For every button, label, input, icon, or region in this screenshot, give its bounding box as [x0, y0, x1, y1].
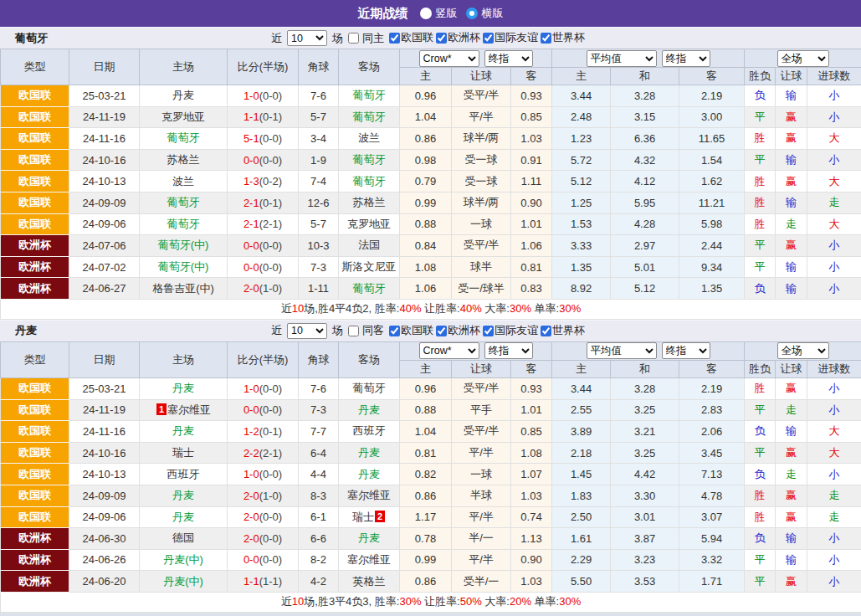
competition-filter[interactable]: 世界杯 — [538, 323, 585, 338]
league-type-cell: 欧国联 — [1, 149, 69, 171]
league-type-cell: 欧洲杯 — [1, 571, 69, 593]
competition-filter[interactable]: 欧洲杯 — [433, 323, 480, 338]
competition-label: 欧洲杯 — [448, 323, 480, 338]
away-team-cell: 葡萄牙 — [339, 85, 400, 107]
match-row: 欧洲杯24-06-30德国2-0(0-0)6-6丹麦0.78半/一1.131.6… — [1, 528, 861, 550]
competition-filter[interactable]: 欧国联 — [387, 30, 433, 45]
summary-text: 近 — [281, 302, 292, 315]
match-scope-select[interactable]: 全场 — [777, 342, 829, 359]
competition-filter[interactable]: 欧国联 — [387, 323, 433, 338]
summary-value: 30% — [559, 302, 581, 315]
result-goals: 走 — [807, 485, 861, 506]
competition-filter[interactable]: 欧洲杯 — [433, 30, 480, 45]
radio-unchecked-icon[interactable] — [420, 8, 432, 19]
corner-cell: 8-2 — [299, 549, 339, 571]
result-handicap: 输 — [776, 85, 807, 107]
odds-company-select[interactable]: Crow* — [419, 50, 479, 67]
team-name: 丹麦 — [358, 468, 380, 480]
final-odds-select[interactable]: 终指 — [484, 342, 533, 359]
handicap-home-odds: 1.04 — [400, 421, 452, 443]
match-row: 欧洲杯24-06-26丹麦(中)0-0(0-0)8-2塞尔维亚0.99平/半0.… — [1, 549, 861, 571]
competition-checkbox[interactable] — [389, 33, 400, 44]
league-type-cell: 欧洲杯 — [1, 235, 69, 257]
away-team-cell: 丹麦 — [339, 399, 400, 421]
corner-cell: 7-6 — [299, 85, 339, 107]
team-name: 葡萄牙 — [353, 89, 386, 101]
result-goals: 大 — [807, 421, 861, 443]
avg-home-odds: 3.89 — [552, 421, 611, 443]
league-type-cell: 欧国联 — [1, 171, 69, 192]
result-win-draw-lose: 平 — [745, 106, 776, 128]
competition-checkbox[interactable] — [483, 326, 494, 336]
competition-checkbox[interactable] — [541, 326, 551, 336]
recent-count-select[interactable]: 10 — [287, 323, 327, 339]
summary-text: 让胜率: — [421, 595, 459, 608]
league-type-cell: 欧国联 — [1, 464, 69, 485]
competition-filter[interactable]: 世界杯 — [538, 30, 585, 45]
home-team-cell: 德国 — [140, 528, 228, 550]
odds-company-select[interactable]: Crow* — [419, 342, 479, 359]
final-odds-select[interactable]: 终指 — [484, 50, 533, 67]
date-cell: 24-06-30 — [69, 528, 140, 550]
competition-checkbox[interactable] — [483, 33, 494, 44]
avg-home-odds: 2.18 — [552, 442, 611, 464]
avg-away-odds: 2.44 — [679, 235, 745, 257]
result-handicap: 赢 — [776, 442, 807, 464]
same-venue-checkbox[interactable] — [348, 33, 359, 44]
radio-horizontal-label: 横版 — [482, 6, 504, 21]
same-venue-checkbox[interactable] — [348, 326, 359, 336]
avg-draw-odds: 4.42 — [611, 464, 679, 485]
section-filters: 近 10 场 同主 欧国联欧洲杯国际友谊世界杯 — [271, 30, 585, 46]
odds-group-header: 全场 — [745, 49, 861, 68]
layout-radio-horizontal[interactable]: 横版 — [466, 6, 504, 21]
result-handicap: 赢 — [776, 571, 807, 593]
away-team-cell: 葡萄牙 — [339, 278, 400, 300]
avg-draw-odds: 5.12 — [611, 278, 679, 300]
away-team-cell: 苏格兰 — [339, 192, 400, 213]
results-table: 类型日期主场比分(半场)角球客场Crow*终指平均值终指全场 主让球客主和客胜负… — [0, 49, 861, 320]
away-team-cell: 法国 — [339, 235, 400, 257]
home-team-cell: 葡萄牙 — [140, 128, 228, 150]
sub-column-header: 主 — [552, 360, 611, 377]
home-team-cell: 波兰 — [140, 171, 228, 192]
match-row: 欧洲杯24-06-20丹麦(中)1-1(1-1)4-2英格兰0.86受半/一1.… — [1, 571, 861, 593]
handicap-line: 受平/半 — [452, 377, 511, 399]
recent-count-select[interactable]: 10 — [287, 30, 327, 46]
competition-checkbox[interactable] — [436, 33, 447, 44]
average-odds-select[interactable]: 平均值 — [587, 342, 657, 359]
avg-draw-odds: 3.21 — [611, 421, 679, 443]
league-type-cell: 欧洲杯 — [1, 256, 69, 278]
home-team-cell: 丹麦(中) — [140, 571, 228, 593]
handicap-home-odds: 0.99 — [400, 549, 452, 571]
competition-checkbox[interactable] — [389, 326, 400, 336]
page: 近期战绩 竖版 横版 葡萄牙 近 10 场 同主 欧国联欧洲杯国际友谊世界杯 — [0, 0, 861, 616]
average-odds-select[interactable]: 平均值 — [587, 50, 657, 67]
away-team-cell: 塞尔维亚 — [339, 485, 400, 506]
summary-value: 30% — [399, 595, 421, 608]
team-name: 苏格兰 — [353, 196, 386, 208]
radio-checked-icon[interactable] — [466, 8, 478, 19]
sub-column-header: 让球 — [776, 68, 807, 85]
handicap-away-odds: 0.85 — [511, 421, 552, 443]
home-team-cell: 克罗地亚 — [140, 106, 228, 128]
competition-filter[interactable]: 国际友谊 — [480, 30, 538, 45]
corner-cell: 1-9 — [299, 149, 339, 171]
away-team-cell: 波兰 — [339, 128, 400, 150]
final-odds-select[interactable]: 终指 — [662, 342, 710, 359]
avg-draw-odds: 3.25 — [611, 442, 679, 464]
avg-home-odds: 2.29 — [552, 549, 611, 571]
result-win-draw-lose: 平 — [745, 549, 776, 571]
competition-checkbox[interactable] — [436, 326, 447, 336]
avg-draw-odds: 3.01 — [611, 506, 679, 528]
layout-radio-vertical[interactable]: 竖版 — [420, 6, 458, 21]
match-scope-select[interactable]: 全场 — [777, 50, 829, 67]
result-goals: 小 — [807, 256, 861, 278]
final-odds-select[interactable]: 终指 — [662, 50, 710, 67]
summary-text: 场,胜3平4负3, 胜率: — [304, 595, 399, 608]
competition-filter[interactable]: 国际友谊 — [480, 323, 538, 338]
sub-column-header: 客 — [679, 360, 745, 377]
avg-home-odds: 1.83 — [552, 485, 611, 506]
competition-checkbox[interactable] — [541, 33, 551, 44]
avg-away-odds: 1.62 — [679, 171, 745, 192]
team-name: 波兰 — [358, 131, 380, 144]
